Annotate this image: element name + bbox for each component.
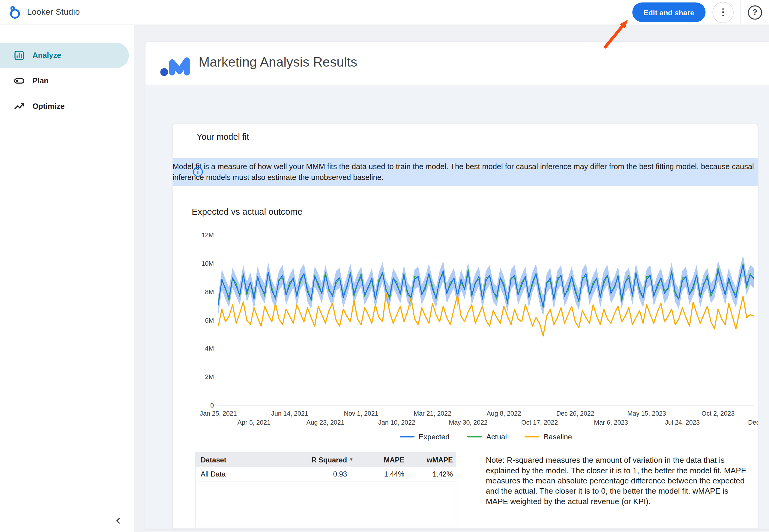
x-axis-line	[218, 405, 754, 406]
x-tick-label: Dec	[748, 419, 758, 426]
y-tick-label: 12M	[175, 232, 214, 239]
x-tick-label: Jan 25, 2021	[200, 410, 237, 417]
app-window: Looker Studio Edit and share ? Analyze	[0, 0, 769, 532]
legend-item-actual[interactable]: Actual	[467, 432, 507, 441]
page-title: Marketing Analysis Results	[199, 55, 357, 70]
info-banner-text: Model fit is a measure of how well your …	[172, 161, 758, 182]
legend-label: Expected	[419, 432, 450, 441]
app-title: Looker Studio	[27, 7, 80, 17]
sidebar-item-label: Plan	[32, 76, 49, 85]
legend-label: Baseline	[544, 432, 572, 441]
info-icon	[192, 166, 204, 179]
x-tick-label: Nov 1, 2021	[344, 410, 378, 417]
x-tick-label: Mar 21, 2022	[414, 410, 451, 417]
cell-dataset: All Data	[196, 470, 274, 478]
topbar-actions: Edit and share ?	[632, 0, 762, 25]
note-text: Note: R-squared measures the amount of v…	[486, 455, 750, 507]
cell-r-squared: 0.93	[274, 470, 358, 478]
x-tick-label: Mar 6, 2023	[594, 419, 628, 426]
top-app-bar: Looker Studio Edit and share ?	[0, 0, 769, 25]
y-tick-label: 6M	[175, 316, 214, 324]
y-tick-label: 4M	[175, 345, 214, 352]
column-header-dataset[interactable]: Dataset	[196, 456, 274, 464]
x-tick-label: Oct 2, 2023	[702, 410, 735, 417]
x-tick-label: Aug 23, 2021	[307, 419, 345, 426]
legend-swatch	[525, 436, 539, 438]
column-header-mape[interactable]: MAPE	[357, 456, 411, 464]
model-fit-card: Your model fit Model fit is a measure of…	[172, 124, 758, 529]
trending-up-icon	[13, 100, 25, 112]
legend-swatch	[467, 436, 482, 438]
legend-label: Actual	[486, 432, 507, 441]
x-tick-label: Dec 26, 2022	[556, 410, 594, 417]
sidebar-item-label: Optimize	[32, 102, 64, 111]
help-icon[interactable]: ?	[748, 5, 762, 19]
sidebar-item-plan[interactable]: Plan	[0, 68, 129, 94]
looker-studio-logo-icon[interactable]	[7, 5, 22, 19]
table-header-row: Dataset R Squared ▼ MAPE wMAPE	[196, 453, 456, 467]
column-header-label: R Squared	[311, 456, 347, 464]
y-tick-label: 0	[175, 402, 214, 409]
edit-and-share-button[interactable]: Edit and share	[632, 2, 706, 22]
marketing-platform-logo-icon	[160, 52, 191, 78]
legend-item-expected[interactable]: Expected	[399, 432, 449, 441]
chart-legend: ExpectedActualBaseline	[218, 432, 754, 441]
cell-wmape: 1.42%	[411, 470, 456, 478]
report-body: Your model fit Model fit is a measure of…	[145, 85, 769, 529]
model-fit-table: Dataset R Squared ▼ MAPE wMAPE All Data …	[195, 452, 456, 527]
x-tick-label: May 15, 2023	[627, 410, 666, 417]
analytics-icon	[13, 49, 25, 61]
cell-mape: 1.44%	[357, 470, 411, 478]
chevron-left-icon	[113, 515, 124, 526]
sidebar-item-analyze[interactable]: Analyze	[0, 43, 129, 68]
report-canvas: Marketing Analysis Results Your model fi…	[134, 25, 769, 532]
column-header-wmape[interactable]: wMAPE	[411, 456, 456, 464]
y-tick-label: 2M	[175, 373, 214, 381]
x-tick-label: Jun 14, 2021	[271, 410, 308, 417]
kebab-dot	[722, 8, 724, 10]
more-options-button[interactable]	[712, 2, 733, 23]
x-tick-label: Jul 24, 2023	[665, 419, 700, 426]
x-tick-label: Oct 17, 2022	[521, 419, 558, 426]
x-tick-label: Aug 8, 2022	[487, 410, 521, 417]
kebab-dot	[722, 11, 724, 13]
screenshot-root: Looker Studio Edit and share ? Analyze	[0, 0, 769, 532]
toggle-icon	[13, 75, 25, 87]
y-tick-label: 8M	[175, 288, 214, 296]
info-banner: Model fit is a measure of how well your …	[172, 158, 758, 186]
left-nav-sidebar: Analyze Plan Optimize	[0, 25, 134, 532]
y-tick-label: 10M	[175, 260, 214, 267]
x-tick-label: Apr 5, 2021	[238, 419, 271, 426]
card-title: Your model fit	[197, 132, 249, 142]
report-page: Marketing Analysis Results Your model fi…	[145, 42, 769, 529]
table-row: All Data 0.93 1.44% 1.42%	[196, 467, 456, 482]
chart-title: Expected vs actual outcome	[192, 207, 302, 217]
topbar-divider	[741, 0, 741, 25]
sort-desc-icon: ▼	[349, 457, 354, 462]
legend-item-baseline[interactable]: Baseline	[525, 432, 572, 441]
legend-swatch	[399, 436, 414, 438]
column-header-r-squared[interactable]: R Squared ▼	[274, 456, 358, 464]
report-header: Marketing Analysis Results	[145, 42, 769, 84]
x-tick-label: May 30, 2022	[449, 419, 487, 426]
chart-plot[interactable]	[218, 235, 754, 405]
collapse-sidebar-button[interactable]	[110, 513, 127, 529]
x-tick-label: Jan 10, 2022	[378, 419, 415, 426]
kebab-dot	[722, 15, 724, 16]
sidebar-item-optimize[interactable]: Optimize	[0, 94, 129, 119]
sidebar-item-label: Analyze	[32, 51, 61, 60]
